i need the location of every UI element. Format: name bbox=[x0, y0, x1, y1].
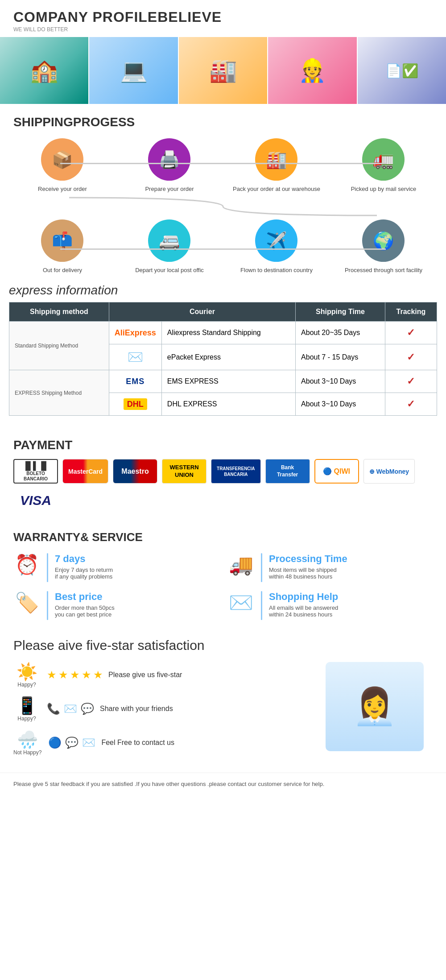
happy2-emoji-container: 📱 Happy? bbox=[13, 696, 40, 722]
company-photos: 🏫 💻 🏭 👷 📄✅ bbox=[0, 37, 446, 104]
dhl-name-cell: DHL EXPRESS bbox=[161, 393, 295, 416]
service-person-avatar: 👩‍💼 bbox=[326, 662, 424, 751]
method-express: EXPRESS Shipping Method bbox=[9, 370, 109, 416]
col-time: Shipping Time bbox=[296, 302, 385, 322]
fivestar-row-nothappy: 🌧️ Not Happy? 🔵 💬 ✉️ Feel Free to contac… bbox=[13, 730, 308, 756]
social-row: 📞 ✉️ 💬 Share with your friends bbox=[47, 703, 173, 715]
epacket-logo-cell: ✉️ bbox=[109, 344, 161, 370]
star-5: ★ bbox=[93, 669, 103, 681]
dhl-time-cell: About 3~10 Days bbox=[296, 393, 385, 416]
col-courier: Courier bbox=[109, 302, 295, 322]
ali-name-cell: Aliexpress Standard Shipping bbox=[161, 322, 295, 344]
warranty-days-desc: Enjoy 7 days to returmif any quality pro… bbox=[55, 566, 113, 580]
epacket-tracking-cell: ✓ bbox=[385, 344, 437, 370]
warranty-processing-title: Processing Time bbox=[269, 553, 347, 565]
prepare-label: Prepare your order bbox=[145, 185, 194, 193]
cloud-rain-icon: 🌧️ bbox=[17, 730, 38, 749]
photo-3: 🏭 bbox=[179, 37, 268, 104]
pack-label: Pack your order at our warehouse bbox=[233, 185, 320, 193]
footer-text: Please give 5 star feedback if you are s… bbox=[13, 780, 433, 789]
warranty-help-text: Shopping Help All emails will be answere… bbox=[269, 591, 338, 618]
receive-label: Receive your order bbox=[38, 185, 87, 193]
pack-icon: 🏭 bbox=[255, 138, 297, 181]
payment-section: PAYMENT ▐▌▌▐▌ BOLETO BANCARIO MasterCard… bbox=[0, 429, 446, 521]
connector-line-2 bbox=[60, 248, 386, 250]
phone-icon: 📱 bbox=[17, 696, 37, 715]
sort-icon: 🌍 bbox=[362, 219, 405, 262]
star-3: ★ bbox=[70, 669, 80, 681]
star-4: ★ bbox=[82, 669, 91, 681]
receive-icon: 📦 bbox=[41, 138, 83, 181]
warranty-item-processing: 🚚 Processing Time Most items will be shi… bbox=[227, 553, 433, 582]
delivery-label: Out for delivery bbox=[43, 266, 82, 274]
sort-label: Processed through sort facility bbox=[345, 266, 422, 274]
warranty-days-text: 7 days Enjoy 7 days to returmif any qual… bbox=[55, 553, 113, 580]
contact-row: 🔵 💬 ✉️ Feel Free to contact us bbox=[48, 736, 174, 749]
warranty-price-desc: Order more than 50pcsyou can get best pr… bbox=[55, 604, 115, 618]
photo-1: 🏫 bbox=[0, 37, 89, 104]
ali-logo-cell: AliExpress bbox=[109, 322, 161, 344]
delivery-icon: 📫 bbox=[41, 219, 83, 262]
fivestar-section: Please aive five-star satisfaction ☀️ Ha… bbox=[0, 629, 446, 773]
table-row: Standard Shipping Method AliExpress Alie… bbox=[9, 322, 437, 344]
flow-item-depart: 🚐 Depart your local post offic bbox=[120, 219, 219, 274]
qiwi-logo: 🔵 QIWI bbox=[314, 459, 359, 484]
check-mark-1: ✓ bbox=[407, 327, 415, 338]
dhl-logo-cell: DHL bbox=[109, 393, 161, 416]
flow-item-pack: 🏭 Pack your order at our warehouse bbox=[227, 138, 326, 193]
fivestar-action-3: Feel Free to contact us bbox=[101, 739, 174, 747]
star-row: ★ ★ ★ ★ ★ Please give us five-star bbox=[47, 669, 182, 681]
col-method: Shipping method bbox=[9, 302, 109, 322]
header-section: COMPANY PROFILEBELIEVE WE WILL DO BETTER bbox=[0, 0, 446, 37]
table-row: EXPRESS Shipping Method EMS EMS EXPRESS … bbox=[9, 370, 437, 393]
payment-title: PAYMENT bbox=[13, 438, 433, 452]
warranty-grid: ⏰ 7 days Enjoy 7 days to returmif any qu… bbox=[13, 553, 433, 620]
webmoney-logo: ⊕ WebMoney bbox=[363, 459, 415, 484]
method-standard: Standard Shipping Method bbox=[9, 322, 109, 370]
dhl-tracking-cell: ✓ bbox=[385, 393, 437, 416]
warranty-section: WARRANTY& SERVICE ⏰ 7 days Enjoy 7 days … bbox=[0, 521, 446, 629]
sun-icon: ☀️ bbox=[17, 662, 37, 682]
fivestar-title: Please aive five-star satisfaction bbox=[13, 638, 433, 653]
col-tracking: Tracking bbox=[385, 302, 437, 322]
footer-note: Please give 5 star feedback if you are s… bbox=[0, 773, 446, 800]
fivestar-action-2: Share with your friends bbox=[100, 705, 173, 713]
flow-item-receive: 📦 Receive your order bbox=[13, 138, 112, 193]
prepare-icon: 🖨️ bbox=[148, 138, 190, 181]
flow-item-fly: ✈️ Flown to destination country bbox=[227, 219, 326, 274]
mail-contact-icon: ✉️ bbox=[82, 736, 95, 749]
fivestar-left: ☀️ Happy? ★ ★ ★ ★ ★ Please give us five-… bbox=[13, 662, 308, 764]
star-1: ★ bbox=[47, 669, 57, 681]
ali-time-cell: About 20~35 Days bbox=[296, 322, 385, 344]
warranty-price-text: Best price Order more than 50pcsyou can … bbox=[55, 591, 115, 618]
photo-4: 👷 bbox=[268, 37, 357, 104]
curve-svg bbox=[9, 195, 437, 218]
payment-logos: ▐▌▌▐▌ BOLETO BANCARIO MasterCard Maestro… bbox=[13, 459, 433, 513]
warranty-days-title: 7 days bbox=[55, 553, 113, 565]
warranty-title: WARRANTY& SERVICE bbox=[13, 530, 433, 544]
nothappy-emoji-container: 🌧️ Not Happy? bbox=[13, 730, 41, 756]
maestro-logo: Maestro bbox=[113, 459, 157, 484]
ali-tracking-cell: ✓ bbox=[385, 322, 437, 344]
ems-logo-cell: EMS bbox=[109, 370, 161, 393]
ems-logo: EMS bbox=[126, 377, 145, 386]
flow-item-sort: 🌍 Processed through sort facility bbox=[334, 219, 433, 274]
warranty-price-icon: 🏷️ bbox=[13, 591, 40, 614]
warranty-item-help: ✉️ Shopping Help All emails will be answ… bbox=[227, 591, 433, 620]
fivestar-content: ☀️ Happy? ★ ★ ★ ★ ★ Please give us five-… bbox=[13, 662, 433, 764]
check-mark-3: ✓ bbox=[407, 376, 415, 387]
email-social-icon: ✉️ bbox=[64, 703, 77, 715]
shipping-progress-section: SHIPPINGPROGESS 📦 Receive your order 🖨️ … bbox=[0, 104, 446, 279]
connector-line-1 bbox=[60, 163, 386, 164]
aliexpress-logo: AliExpress bbox=[115, 328, 156, 337]
express-section: express information Shipping method Cour… bbox=[0, 279, 446, 416]
photo-2: 💻 bbox=[89, 37, 178, 104]
flow-row-1: 📦 Receive your order 🖨️ Prepare your ord… bbox=[9, 134, 437, 195]
flow-item-delivery: 📫 Out for delivery bbox=[13, 219, 112, 274]
shipping-table: Shipping method Courier Shipping Time Tr… bbox=[9, 302, 437, 416]
star-2: ★ bbox=[58, 669, 68, 681]
warranty-item-price: 🏷️ Best price Order more than 50pcsyou c… bbox=[13, 591, 219, 620]
table-body: Standard Shipping Method AliExpress Alie… bbox=[9, 322, 437, 416]
warranty-truck-icon: 🚚 bbox=[227, 553, 254, 576]
pickup-icon: 🚛 bbox=[362, 138, 405, 181]
